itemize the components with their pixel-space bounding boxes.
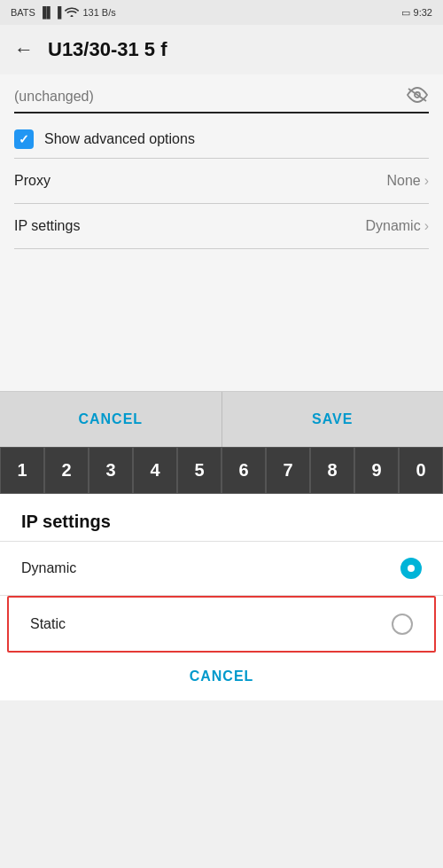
status-right: ▭ 9:32: [401, 7, 432, 19]
signal-icon: ▐▌▐: [39, 6, 62, 19]
cancel-button[interactable]: CANCEL: [0, 392, 222, 447]
proxy-setting-row[interactable]: Proxy None ›: [14, 159, 429, 204]
static-option-highlight: Static: [7, 596, 436, 653]
ip-settings-row[interactable]: IP settings Dynamic ›: [14, 204, 429, 249]
top-bar: ← U13/30-31 5 f: [0, 25, 443, 74]
key-4[interactable]: 4: [133, 447, 177, 494]
status-left: BATS ▐▌▐ 131 B/s: [11, 6, 116, 19]
proxy-value: None ›: [386, 173, 429, 189]
key-9[interactable]: 9: [354, 447, 399, 494]
static-option-row[interactable]: Static: [9, 598, 434, 651]
advanced-options-checkbox[interactable]: ✓: [14, 129, 34, 149]
carrier-text: BATS: [11, 7, 35, 18]
ip-settings-value-text: Dynamic: [365, 218, 420, 234]
status-bar: BATS ▐▌▐ 131 B/s ▭ 9:32: [0, 0, 443, 25]
advanced-options-label: Show advanced options: [44, 131, 195, 147]
key-3[interactable]: 3: [89, 447, 133, 494]
battery-icon: ▭: [401, 7, 410, 19]
ip-settings-value: Dynamic ›: [365, 218, 429, 234]
bottom-panel-title: IP settings: [0, 494, 443, 541]
dynamic-option-row[interactable]: Dynamic: [0, 542, 443, 595]
main-content: ✓ Show advanced options Proxy None › IP …: [0, 74, 443, 391]
save-button[interactable]: SAVE: [222, 392, 444, 447]
dynamic-radio-button[interactable]: [400, 558, 422, 579]
key-2[interactable]: 2: [44, 447, 89, 494]
ip-settings-chevron-icon: ›: [424, 218, 429, 234]
wifi-icon: [65, 6, 79, 19]
proxy-label: Proxy: [14, 173, 51, 189]
dynamic-option-label: Dynamic: [21, 560, 76, 576]
key-7[interactable]: 7: [266, 447, 310, 494]
action-buttons-row: CANCEL SAVE: [0, 391, 443, 447]
proxy-chevron-icon: ›: [424, 173, 429, 189]
bottom-cancel-button[interactable]: CANCEL: [190, 669, 254, 684]
password-field-row: [14, 85, 429, 113]
data-speed: 131 B/s: [82, 7, 115, 18]
back-button[interactable]: ←: [14, 38, 34, 61]
static-radio-button[interactable]: [392, 614, 413, 635]
key-1[interactable]: 1: [0, 447, 44, 494]
static-option-label: Static: [30, 616, 66, 632]
key-5[interactable]: 5: [177, 447, 222, 494]
bottom-panel: IP settings Dynamic Static CANCEL: [0, 494, 443, 700]
ip-settings-label: IP settings: [14, 218, 80, 234]
time-display: 9:32: [414, 7, 432, 18]
content-spacer: [14, 249, 429, 391]
toggle-password-icon[interactable]: [406, 85, 429, 108]
page-title: U13/30-31 5 f: [48, 38, 167, 61]
key-6[interactable]: 6: [222, 447, 266, 494]
key-0[interactable]: 0: [399, 447, 443, 494]
key-8[interactable]: 8: [310, 447, 354, 494]
bottom-cancel-row: CANCEL: [0, 653, 443, 700]
proxy-value-text: None: [386, 173, 420, 189]
numeric-keyboard: 1 2 3 4 5 6 7 8 9 0: [0, 447, 443, 494]
advanced-options-row[interactable]: ✓ Show advanced options: [14, 129, 429, 149]
checkmark-icon: ✓: [19, 132, 29, 146]
password-input[interactable]: [14, 85, 406, 108]
